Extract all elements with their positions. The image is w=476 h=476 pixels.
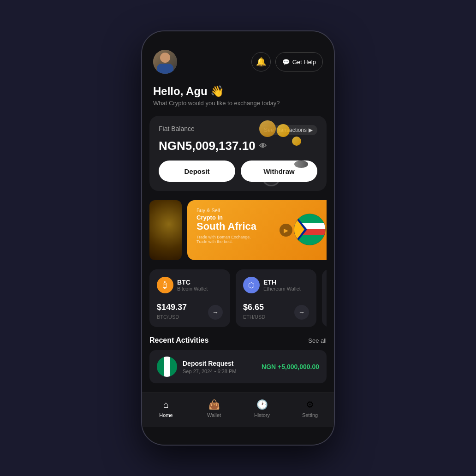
header: 🔔 💬 Get Help bbox=[142, 31, 334, 81]
balance-label: Fiat Balance bbox=[159, 125, 195, 132]
banner-title-lg: South Africa bbox=[196, 221, 326, 232]
eye-icon[interactable]: 👁 bbox=[259, 142, 267, 150]
avatar bbox=[153, 50, 177, 74]
banner-left-preview bbox=[149, 200, 182, 260]
see-transactions-label: See Transactions bbox=[264, 127, 307, 133]
btc-wallet-type: Bitcoin Wallet bbox=[177, 286, 208, 292]
banner-tagline-2: Trade with the best. bbox=[196, 239, 326, 244]
btc-wallet-info: BTC Bitcoin Wallet bbox=[177, 279, 208, 292]
banner-title-sm: Crypto in bbox=[196, 214, 326, 221]
btc-wallet-arrow[interactable]: → bbox=[208, 305, 223, 320]
btc-wallet-card[interactable]: ₿ BTC Bitcoin Wallet $149.37 BTC/USD → bbox=[149, 269, 230, 327]
see-all-button[interactable]: See all bbox=[308, 337, 327, 344]
flag-left-green bbox=[157, 357, 164, 377]
withdraw-button[interactable]: Withdraw bbox=[241, 161, 317, 182]
activity-info: Deposit Request Sep 27, 2024 • 6:28 PM bbox=[183, 360, 256, 374]
balance-card: Fiat Balance See Transactions ▶ NGN5,009… bbox=[149, 116, 327, 191]
banner-sub-label: Buy & Sell bbox=[196, 208, 326, 213]
banner-tagline: Trade with Boman Exchange. Trade with th… bbox=[196, 235, 326, 244]
banner-main-slide[interactable]: Buy & Sell Crypto in South Africa Trade … bbox=[187, 200, 327, 260]
nigeria-flag bbox=[157, 357, 177, 377]
balance-actions: Deposit Withdraw bbox=[159, 161, 317, 182]
balance-amount: NGN5,009,137.10 👁 bbox=[159, 139, 317, 153]
wallets-track[interactable]: ₿ BTC Bitcoin Wallet $149.37 BTC/USD → bbox=[149, 269, 327, 327]
greeting-name: Hello, Agu 👋 bbox=[153, 85, 323, 98]
nav-history[interactable]: 🕐 History bbox=[246, 399, 278, 418]
eth-wallet-header: ⬡ ETH Ethereum Wallet bbox=[243, 277, 309, 293]
btc-icon: ₿ bbox=[157, 277, 173, 293]
history-label: History bbox=[254, 412, 270, 418]
btc-wallet-name: BTC bbox=[177, 279, 208, 286]
bottom-nav: ⌂ Home 👜 Wallet 🕐 History ⚙ Setting bbox=[142, 393, 334, 427]
banner-content: Buy & Sell Crypto in South Africa Trade … bbox=[187, 200, 327, 260]
help-label: Get Help bbox=[292, 59, 316, 65]
banner-section: Buy & Sell Crypto in South Africa Trade … bbox=[142, 200, 334, 260]
history-icon: 🕐 bbox=[256, 399, 268, 411]
activity-name: Deposit Request bbox=[183, 360, 256, 367]
activities-header: Recent Activities See all bbox=[149, 336, 327, 345]
activity-item[interactable]: Deposit Request Sep 27, 2024 • 6:28 PM N… bbox=[149, 350, 327, 383]
balance-value: NGN5,009,137.10 bbox=[159, 139, 256, 153]
eth-wallet-name: ETH bbox=[263, 279, 301, 286]
activity-flag bbox=[157, 357, 177, 377]
wallet-icon: 👜 bbox=[208, 399, 220, 411]
eth-wallet-info: ETH Ethereum Wallet bbox=[263, 279, 301, 292]
header-actions: 🔔 💬 Get Help bbox=[251, 52, 323, 71]
eth-wallet-type: Ethereum Wallet bbox=[263, 286, 301, 292]
nav-wallet[interactable]: 👜 Wallet bbox=[198, 399, 230, 418]
setting-icon: ⚙ bbox=[304, 399, 316, 411]
help-button[interactable]: 💬 Get Help bbox=[275, 52, 323, 71]
greeting-section: Hello, Agu 👋 What Crypto would you like … bbox=[142, 81, 334, 116]
phone-shell: 🔔 💬 Get Help Hello, Agu 👋 What Crypto wo… bbox=[141, 30, 335, 446]
nav-setting[interactable]: ⚙ Setting bbox=[294, 399, 326, 418]
setting-label: Setting bbox=[302, 412, 318, 418]
deposit-button[interactable]: Deposit bbox=[159, 161, 235, 182]
btc-wallet-header: ₿ BTC Bitcoin Wallet bbox=[157, 277, 223, 293]
screen-content: 🔔 💬 Get Help Hello, Agu 👋 What Crypto wo… bbox=[142, 31, 334, 427]
banner-left-image bbox=[149, 200, 182, 260]
activity-amount: NGN +5,000,000.00 bbox=[262, 363, 319, 370]
bell-icon: 🔔 bbox=[256, 57, 266, 67]
eth-icon: ⬡ bbox=[243, 277, 260, 293]
home-label: Home bbox=[159, 412, 173, 418]
eth-wallet-card[interactable]: ⬡ ETH Ethereum Wallet $6.65 ETH/USD → bbox=[236, 269, 316, 327]
help-icon: 💬 bbox=[282, 59, 290, 65]
phone-screen[interactable]: 🔔 💬 Get Help Hello, Agu 👋 What Crypto wo… bbox=[142, 31, 334, 445]
activity-date: Sep 27, 2024 • 6:28 PM bbox=[183, 369, 256, 374]
activities-title: Recent Activities bbox=[149, 336, 208, 345]
nav-home[interactable]: ⌂ Home bbox=[150, 399, 182, 418]
see-transactions-button[interactable]: See Transactions ▶ bbox=[259, 125, 317, 135]
flag-white bbox=[164, 357, 171, 377]
home-icon: ⌂ bbox=[160, 399, 172, 411]
balance-header: Fiat Balance See Transactions ▶ bbox=[159, 125, 317, 135]
wallet-label: Wallet bbox=[207, 412, 221, 418]
activities-section: Recent Activities See all Deposit Reques… bbox=[142, 336, 334, 393]
wallets-section: ₿ BTC Bitcoin Wallet $149.37 BTC/USD → bbox=[142, 269, 334, 327]
banner-tagline-1: Trade with Boman Exchange. bbox=[196, 235, 326, 239]
eth-wallet-arrow[interactable]: → bbox=[294, 305, 309, 320]
greeting-subtitle: What Crypto would you like to exchange t… bbox=[153, 100, 323, 107]
notification-button[interactable]: 🔔 bbox=[251, 52, 271, 71]
usdt-wallet-card[interactable]: ₮ $5.8 USDT/ bbox=[322, 269, 327, 327]
banner-track[interactable]: Buy & Sell Crypto in South Africa Trade … bbox=[149, 200, 327, 260]
flag-right-green bbox=[170, 357, 177, 377]
arrow-right-icon: ▶ bbox=[309, 127, 313, 133]
